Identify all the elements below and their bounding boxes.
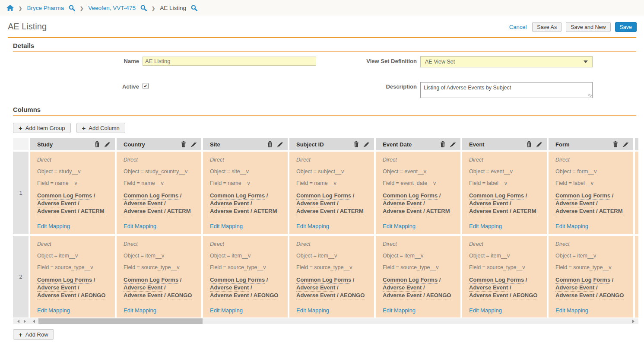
- delete-column-icon[interactable]: [181, 141, 186, 147]
- add-row-button[interactable]: Add Row: [13, 329, 54, 340]
- scroll-columns-right-icon[interactable]: [24, 320, 26, 323]
- view-set-select[interactable]: AE View Set: [420, 56, 593, 67]
- edit-mapping-link[interactable]: Edit Mapping: [469, 223, 502, 229]
- path-segment[interactable]: Common Log Forms: [296, 192, 351, 200]
- path-segment[interactable]: Common Log Forms: [37, 192, 92, 200]
- path-segment[interactable]: Adverse Event: [210, 200, 249, 207]
- edit-mapping-link[interactable]: Edit Mapping: [555, 223, 588, 229]
- path-segment[interactable]: Common Log Forms: [555, 192, 610, 200]
- path-segment[interactable]: Common Log Forms: [383, 276, 438, 284]
- edit-mapping-link[interactable]: Edit Mapping: [210, 223, 243, 229]
- edit-column-icon[interactable]: [623, 142, 628, 147]
- path-segment[interactable]: Adverse Event: [296, 200, 335, 207]
- path-segment[interactable]: Adverse Event: [469, 284, 508, 292]
- scrollbar-thumb[interactable]: [38, 318, 203, 324]
- path-segment[interactable]: AETERM: [254, 208, 277, 215]
- save-and-new-button[interactable]: Save and New: [566, 22, 610, 32]
- edit-column-icon[interactable]: [277, 142, 283, 147]
- breadcrumb-link-study[interactable]: Bryce Pharma: [27, 5, 64, 11]
- path-segment[interactable]: Common Log Forms: [296, 276, 351, 284]
- path-segment[interactable]: Adverse Event: [296, 292, 335, 299]
- edit-mapping-link[interactable]: Edit Mapping: [296, 223, 329, 229]
- path-segment[interactable]: Adverse Event: [124, 284, 162, 292]
- path-segment[interactable]: Adverse Event: [37, 292, 76, 299]
- path-segment[interactable]: AEONGO: [167, 292, 192, 299]
- path-segment[interactable]: Adverse Event: [555, 200, 594, 207]
- path-segment[interactable]: Adverse Event: [469, 208, 508, 215]
- path-segment[interactable]: Common Log Forms: [469, 192, 524, 200]
- scrollbar-track[interactable]: [38, 318, 631, 324]
- search-icon[interactable]: [140, 5, 147, 11]
- edit-mapping-link[interactable]: Edit Mapping: [124, 223, 156, 229]
- path-segment[interactable]: Adverse Event: [555, 292, 594, 299]
- path-segment[interactable]: AEONGO: [340, 292, 365, 299]
- cancel-link[interactable]: Cancel: [509, 24, 527, 30]
- path-segment[interactable]: Common Log Forms: [37, 276, 92, 284]
- path-segment[interactable]: AETERM: [599, 208, 623, 215]
- edit-column-icon[interactable]: [191, 142, 197, 147]
- path-segment[interactable]: Adverse Event: [124, 208, 162, 215]
- add-column-button[interactable]: Add Column: [76, 123, 125, 133]
- path-segment[interactable]: Adverse Event: [124, 200, 162, 207]
- path-segment[interactable]: Adverse Event: [296, 284, 335, 292]
- path-segment[interactable]: AETERM: [167, 208, 191, 215]
- edit-mapping-link[interactable]: Edit Mapping: [383, 307, 416, 314]
- scrollbar-right-arrow-icon[interactable]: [632, 320, 634, 323]
- edit-mapping-link[interactable]: Edit Mapping: [296, 307, 329, 314]
- path-segment[interactable]: Adverse Event: [555, 208, 594, 215]
- resize-handle-icon[interactable]: [588, 94, 592, 97]
- add-item-group-button[interactable]: Add Item Group: [13, 123, 71, 133]
- path-segment[interactable]: Adverse Event: [210, 208, 249, 215]
- path-segment[interactable]: Adverse Event: [469, 200, 508, 207]
- path-segment[interactable]: Adverse Event: [210, 284, 249, 292]
- path-segment[interactable]: Common Log Forms: [210, 192, 265, 200]
- path-segment[interactable]: Adverse Event: [383, 200, 422, 207]
- active-checkbox[interactable]: [143, 83, 149, 89]
- path-segment[interactable]: Adverse Event: [296, 208, 335, 215]
- path-segment[interactable]: AEONGO: [599, 292, 624, 299]
- path-segment[interactable]: Adverse Event: [37, 284, 76, 292]
- edit-mapping-link[interactable]: Edit Mapping: [555, 307, 588, 314]
- path-segment[interactable]: Adverse Event: [37, 200, 76, 207]
- path-segment[interactable]: Common Log Forms: [124, 192, 178, 200]
- delete-column-icon[interactable]: [95, 141, 100, 147]
- path-segment[interactable]: Common Log Forms: [210, 276, 265, 284]
- path-segment[interactable]: AETERM: [426, 208, 450, 215]
- path-segment[interactable]: AEONGO: [254, 292, 279, 299]
- edit-column-icon[interactable]: [450, 142, 456, 147]
- path-segment[interactable]: AEONGO: [513, 292, 538, 299]
- path-segment[interactable]: Adverse Event: [383, 292, 422, 299]
- path-segment[interactable]: Adverse Event: [555, 284, 594, 292]
- search-icon[interactable]: [69, 5, 75, 11]
- delete-column-icon[interactable]: [354, 141, 359, 147]
- path-segment[interactable]: AEONGO: [426, 292, 451, 299]
- path-segment[interactable]: Adverse Event: [37, 208, 76, 215]
- delete-column-icon[interactable]: [440, 141, 445, 147]
- name-input[interactable]: [143, 57, 316, 66]
- description-textarea[interactable]: Listing of Adverse Events by Subject: [420, 82, 593, 98]
- edit-mapping-link[interactable]: Edit Mapping: [37, 223, 70, 229]
- edit-mapping-link[interactable]: Edit Mapping: [37, 307, 70, 314]
- path-segment[interactable]: Common Log Forms: [383, 192, 438, 200]
- scroll-columns-left-icon[interactable]: [17, 320, 19, 323]
- home-icon[interactable]: [6, 5, 14, 11]
- edit-mapping-link[interactable]: Edit Mapping: [383, 223, 416, 229]
- delete-column-icon[interactable]: [527, 141, 532, 147]
- edit-column-icon[interactable]: [105, 142, 110, 147]
- search-icon[interactable]: [191, 5, 197, 11]
- path-segment[interactable]: Common Log Forms: [555, 276, 610, 284]
- path-segment[interactable]: Adverse Event: [210, 292, 249, 299]
- path-segment[interactable]: Common Log Forms: [469, 276, 524, 284]
- path-segment[interactable]: Adverse Event: [469, 292, 508, 299]
- path-segment[interactable]: Adverse Event: [124, 292, 162, 299]
- path-segment[interactable]: Adverse Event: [383, 284, 422, 292]
- save-as-button[interactable]: Save As: [532, 22, 562, 32]
- scrollbar-left-arrow-icon[interactable]: [33, 320, 35, 323]
- breadcrumb-link-casebook[interactable]: Veeofen, VVT-475: [88, 5, 136, 11]
- path-segment[interactable]: Adverse Event: [383, 208, 422, 215]
- path-segment[interactable]: Common Log Forms: [124, 276, 178, 284]
- delete-column-icon[interactable]: [267, 141, 273, 147]
- path-segment[interactable]: AETERM: [340, 208, 364, 215]
- edit-column-icon[interactable]: [536, 142, 542, 147]
- path-segment[interactable]: AETERM: [513, 208, 536, 215]
